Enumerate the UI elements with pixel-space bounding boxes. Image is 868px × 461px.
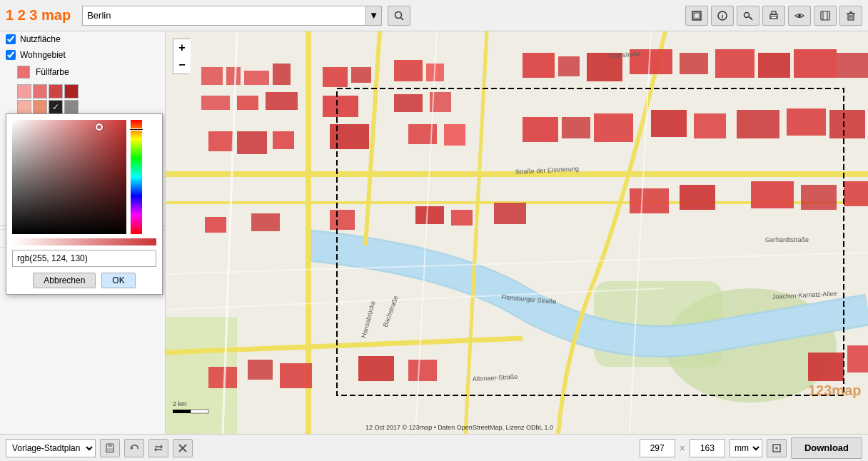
svg-rect-77 — [751, 181, 794, 208]
info-button[interactable]: i — [711, 6, 734, 26]
svg-rect-37 — [237, 96, 258, 110]
topbar: 1 2 3 map ▼ i — [0, 0, 868, 31]
svg-rect-32 — [201, 67, 223, 85]
svg-rect-82 — [280, 363, 312, 388]
svg-rect-34 — [244, 71, 269, 85]
svg-rect-79 — [844, 181, 868, 206]
layer-wohngebiet-checkbox[interactable] — [6, 50, 16, 60]
frame-button[interactable] — [685, 6, 708, 26]
svg-marker-111 — [161, 445, 163, 449]
svg-rect-78 — [801, 185, 837, 210]
swatch-4[interactable] — [17, 100, 31, 114]
picker-buttons: Abbrechen OK — [12, 273, 156, 288]
swatch-7[interactable] — [64, 100, 79, 114]
svg-text:123map: 123map — [808, 383, 862, 398]
svg-rect-69 — [205, 217, 226, 233]
bottombar: Vorlage-Stadtplan × mm cm px — [0, 434, 868, 461]
color-hex-input[interactable] — [12, 250, 156, 267]
ok-button[interactable]: OK — [101, 273, 135, 288]
bookmark-button[interactable] — [814, 6, 837, 26]
swatch-2[interactable] — [49, 84, 63, 98]
zoom-control: + − — [173, 39, 190, 74]
svg-rect-72 — [415, 206, 444, 224]
svg-rect-108 — [107, 448, 113, 452]
svg-rect-39 — [323, 67, 348, 87]
key-button[interactable] — [737, 6, 760, 26]
swap-button[interactable] — [148, 439, 168, 457]
svg-rect-94 — [191, 410, 208, 413]
layer-nutzflaeche-checkbox[interactable] — [6, 34, 16, 44]
svg-rect-3 — [694, 13, 700, 19]
map-canvas: 2 km 123map 12 Oct 2017 © 123map • Daten… — [166, 31, 868, 434]
swatch-5[interactable] — [33, 100, 47, 114]
svg-rect-71 — [330, 210, 355, 230]
fill-color-row: Füllfarbe — [0, 63, 165, 81]
svg-rect-44 — [394, 94, 423, 112]
search-input[interactable] — [83, 6, 365, 25]
undo-button[interactable] — [124, 439, 144, 457]
svg-rect-11 — [771, 16, 777, 19]
layer-nutzflaeche-label: Nutzfläche — [20, 34, 61, 44]
svg-point-12 — [798, 14, 801, 17]
zoom-in-button[interactable]: + — [173, 39, 191, 56]
width-input[interactable] — [640, 439, 675, 457]
alpha-row — [12, 238, 156, 245]
main-area: Nutzfläche Wohngebiet Füllfarbe — [0, 31, 868, 434]
alpha-slider[interactable] — [12, 238, 156, 245]
swatch-3[interactable] — [64, 84, 79, 98]
svg-rect-74 — [494, 203, 526, 224]
swatch-0[interactable] — [17, 84, 31, 98]
fill-color-swatch[interactable] — [17, 66, 30, 78]
search-dropdown-button[interactable]: ▼ — [365, 6, 381, 25]
svg-rect-86 — [847, 345, 868, 373]
svg-rect-51 — [715, 49, 755, 78]
svg-rect-80 — [208, 367, 237, 388]
print-button[interactable] — [762, 6, 785, 26]
fit-button[interactable] — [767, 439, 787, 457]
swatch-6[interactable] — [49, 100, 63, 114]
svg-rect-73 — [451, 210, 473, 226]
svg-rect-85 — [808, 353, 844, 381]
svg-rect-75 — [630, 188, 669, 213]
svg-text:12 Oct 2017 © 123map • Daten O: 12 Oct 2017 © 123map • Daten OpenStreetM… — [365, 424, 553, 431]
download-button[interactable]: Download — [791, 437, 862, 459]
svg-rect-60 — [444, 124, 465, 146]
info-icon: i — [717, 11, 727, 21]
map-area[interactable]: 2 km 123map 12 Oct 2017 © 123map • Daten… — [166, 31, 868, 434]
svg-rect-59 — [408, 124, 437, 144]
swatch-1[interactable] — [33, 84, 47, 98]
svg-rect-38 — [266, 92, 298, 110]
svg-text:Gerhardtstraße: Gerhardtstraße — [765, 236, 809, 243]
unit-select[interactable]: mm cm px — [730, 439, 762, 457]
eye-button[interactable] — [788, 6, 811, 26]
layer-wohngebiet[interactable]: Wohngebiet — [0, 47, 165, 63]
zoom-out-button[interactable]: − — [173, 56, 191, 74]
search-icon — [394, 11, 404, 21]
svg-rect-93 — [173, 410, 191, 413]
template-select[interactable]: Vorlage-Stadtplan — [6, 439, 96, 457]
svg-line-1 — [401, 17, 404, 20]
height-input[interactable] — [690, 439, 725, 457]
save-button[interactable] — [100, 439, 120, 457]
svg-rect-70 — [251, 213, 280, 231]
svg-rect-10 — [772, 11, 776, 14]
top-icons: i — [685, 6, 862, 26]
gradient-canvas[interactable] — [12, 120, 126, 234]
cancel-button[interactable]: Abbrechen — [33, 273, 96, 288]
trash-button[interactable] — [839, 6, 862, 26]
key-icon — [743, 11, 753, 21]
layer-nutzflaeche[interactable]: Nutzfläche — [0, 31, 165, 47]
svg-text:i: i — [722, 13, 724, 20]
hue-slider[interactable] — [131, 120, 142, 234]
svg-rect-54 — [837, 53, 868, 78]
svg-rect-58 — [330, 124, 369, 149]
clear-button[interactable] — [173, 439, 193, 457]
search-button[interactable] — [388, 6, 410, 26]
svg-rect-40 — [351, 67, 371, 83]
dimension-separator: × — [680, 442, 685, 454]
svg-rect-68 — [829, 110, 865, 138]
svg-marker-113 — [154, 447, 156, 452]
search-container: ▼ — [82, 6, 382, 26]
trash-icon — [846, 11, 856, 21]
layer-wohngebiet-label: Wohngebiet — [20, 50, 66, 60]
